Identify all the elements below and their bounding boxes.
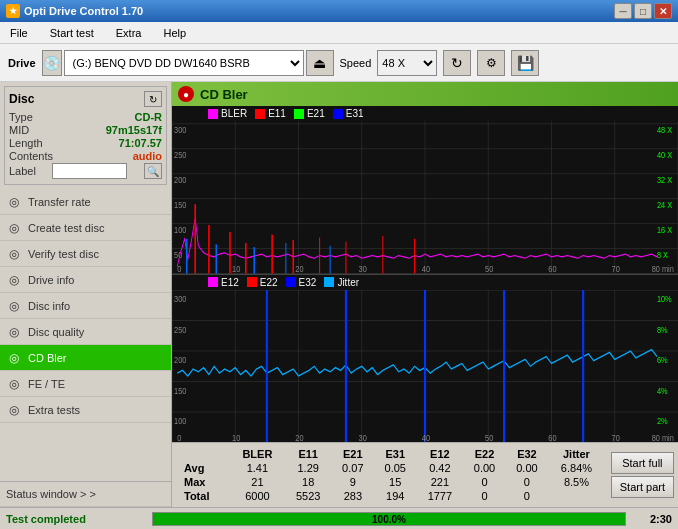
max-e22: 0 <box>463 475 505 489</box>
svg-text:300: 300 <box>174 124 186 135</box>
avg-bler: 1.41 <box>230 461 285 475</box>
svg-text:200: 200 <box>174 354 186 365</box>
sidebar-item-disc-info[interactable]: ◎ Disc info <box>0 293 171 319</box>
settings-button[interactable]: ⚙ <box>477 50 505 76</box>
svg-text:150: 150 <box>174 199 186 210</box>
col-bler: BLER <box>230 447 285 461</box>
menu-help[interactable]: Help <box>157 25 192 41</box>
eject-button[interactable]: ⏏ <box>306 50 334 76</box>
disc-label-search-button[interactable]: 🔍 <box>144 163 162 179</box>
total-e11: 5523 <box>285 489 332 503</box>
disc-refresh-button[interactable]: ↻ <box>144 91 162 107</box>
sidebar-item-verify-test-disc[interactable]: ◎ Verify test disc <box>0 241 171 267</box>
legend-e21-label: E21 <box>307 108 325 119</box>
status-window-label: Status window > > <box>6 488 96 500</box>
sidebar-item-cd-bler[interactable]: ◎ CD Bler <box>0 345 171 371</box>
sidebar-label-cd-bler: CD Bler <box>28 352 67 364</box>
disc-info-icon: ◎ <box>6 298 22 314</box>
total-label: Total <box>176 489 230 503</box>
transfer-rate-icon: ◎ <box>6 194 22 210</box>
bler-color <box>208 109 218 119</box>
col-label <box>176 447 230 461</box>
cd-bler-header: ● CD Bler <box>172 82 678 106</box>
max-e12: 221 <box>416 475 463 489</box>
svg-text:250: 250 <box>174 149 186 160</box>
disc-header: Disc ↻ <box>9 91 162 107</box>
sidebar-item-create-test-disc[interactable]: ◎ Create test disc <box>0 215 171 241</box>
avg-e32: 0.00 <box>506 461 548 475</box>
refresh-button[interactable]: ↻ <box>443 50 471 76</box>
svg-text:2%: 2% <box>657 415 668 426</box>
disc-label-row: Label 🔍 <box>9 163 162 179</box>
avg-e22: 0.00 <box>463 461 505 475</box>
svg-text:48 X: 48 X <box>657 124 672 135</box>
drive-select[interactable]: (G:) BENQ DVD DD DW1640 BSRB <box>64 50 304 76</box>
speed-select[interactable]: 48 X <box>377 50 437 76</box>
svg-text:60: 60 <box>548 263 556 273</box>
status-window-button[interactable]: Status window > > <box>0 481 171 507</box>
stats-row-container: BLER E11 E21 E31 E12 E22 E32 Jitter Avg <box>176 447 674 503</box>
menu-file[interactable]: File <box>4 25 34 41</box>
app-icon: ★ <box>6 4 20 18</box>
menu-extra[interactable]: Extra <box>110 25 148 41</box>
avg-e11: 1.29 <box>285 461 332 475</box>
save-button[interactable]: 💾 <box>511 50 539 76</box>
svg-text:100: 100 <box>174 415 186 426</box>
total-e21: 283 <box>332 489 374 503</box>
bottom-chart: 300 250 200 150 100 10% 8% 6% 4% 2% <box>172 290 678 443</box>
content-area: ● CD Bler BLER E11 E21 <box>172 82 678 507</box>
svg-text:8%: 8% <box>657 323 668 334</box>
disc-length-label: Length <box>9 137 43 149</box>
disc-type-value: CD-R <box>135 111 163 123</box>
start-full-button[interactable]: Start full <box>611 452 674 474</box>
legend-bler: BLER <box>208 108 247 119</box>
disc-length-value: 71:07.57 <box>119 137 162 149</box>
legend-e21: E21 <box>294 108 325 119</box>
top-chart-svg: 300 250 200 150 100 50 48 X 40 X 32 X 24… <box>172 121 678 274</box>
disc-type-row: Type CD-R <box>9 111 162 123</box>
charts-container: BLER E11 E21 E31 <box>172 106 678 442</box>
svg-text:20: 20 <box>295 263 303 273</box>
sidebar-item-drive-info[interactable]: ◎ Drive info <box>0 267 171 293</box>
svg-text:0: 0 <box>177 263 181 273</box>
bottom-chart-svg: 300 250 200 150 100 10% 8% 6% 4% 2% <box>172 290 678 443</box>
sidebar-item-extra-tests[interactable]: ◎ Extra tests <box>0 397 171 423</box>
verify-test-disc-icon: ◎ <box>6 246 22 262</box>
svg-text:20: 20 <box>295 432 303 442</box>
disc-quality-icon: ◎ <box>6 324 22 340</box>
col-e21: E21 <box>332 447 374 461</box>
drive-icon: 💿 <box>42 50 62 76</box>
sidebar-item-transfer-rate[interactable]: ◎ Transfer rate <box>0 189 171 215</box>
maximize-button[interactable]: □ <box>634 3 652 19</box>
sidebar-item-disc-quality[interactable]: ◎ Disc quality <box>0 319 171 345</box>
total-e31: 194 <box>374 489 416 503</box>
sidebar: Disc ↻ Type CD-R MID 97m15s17f Length 71… <box>0 82 172 507</box>
close-button[interactable]: ✕ <box>654 3 672 19</box>
legend-e11: E11 <box>255 108 286 119</box>
status-bar: Test completed 100.0% 2:30 <box>0 507 678 529</box>
legend-bler-label: BLER <box>221 108 247 119</box>
svg-text:40 X: 40 X <box>657 149 672 160</box>
col-e22: E22 <box>463 447 505 461</box>
col-e32: E32 <box>506 447 548 461</box>
drive-label: Drive <box>8 57 36 69</box>
jitter-color <box>324 277 334 287</box>
menu-start-test[interactable]: Start test <box>44 25 100 41</box>
progress-text: 100.0% <box>153 513 625 527</box>
sidebar-label-drive-info: Drive info <box>28 274 74 286</box>
legend-e11-label: E11 <box>268 108 286 119</box>
svg-text:80 min: 80 min <box>652 432 674 442</box>
minimize-button[interactable]: ─ <box>614 3 632 19</box>
start-part-button[interactable]: Start part <box>611 476 674 498</box>
main-area: Disc ↻ Type CD-R MID 97m15s17f Length 71… <box>0 82 678 507</box>
sidebar-item-fe-te[interactable]: ◎ FE / TE <box>0 371 171 397</box>
legend-e12-label: E12 <box>221 277 239 288</box>
svg-text:16 X: 16 X <box>657 224 672 235</box>
svg-text:100: 100 <box>174 224 186 235</box>
stats-table: BLER E11 E21 E31 E12 E22 E32 Jitter Avg <box>176 447 605 503</box>
svg-text:80 min: 80 min <box>652 263 674 273</box>
title-bar: ★ Opti Drive Control 1.70 ─ □ ✕ <box>0 0 678 22</box>
disc-label-input[interactable] <box>52 163 127 179</box>
toolbar: Drive 💿 (G:) BENQ DVD DD DW1640 BSRB ⏏ S… <box>0 44 678 82</box>
avg-e31: 0.05 <box>374 461 416 475</box>
